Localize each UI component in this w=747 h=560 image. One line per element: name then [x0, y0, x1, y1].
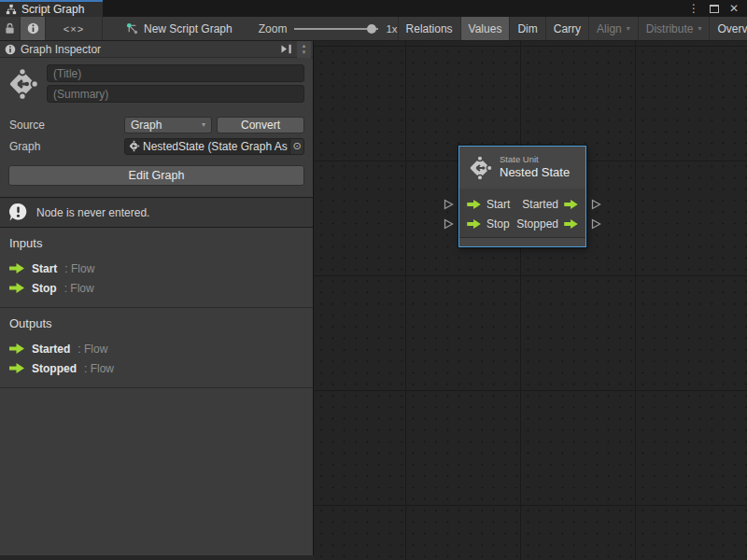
port-type: : Flow — [64, 262, 94, 275]
port-name: Started — [32, 343, 70, 356]
close-icon[interactable]: ✕ — [729, 2, 739, 15]
flow-arrow-icon — [467, 200, 481, 209]
state-graph-asset-icon — [128, 140, 140, 152]
main-area: Graph Inspector ▲ ▼ Source Graph — [0, 41, 747, 560]
edit-graph-label: Edit Graph — [129, 169, 185, 182]
tab-bar: Script Graph ⋮ ✕ — [0, 0, 747, 17]
scroll-up-icon[interactable]: ▲ — [302, 43, 307, 49]
window-controls: ⋮ ✕ — [688, 0, 747, 17]
flow-arrow-icon — [9, 263, 24, 273]
button-label: Align — [597, 22, 622, 35]
code-icon: <×> — [63, 23, 84, 35]
inputs-section: Inputs Start : Flow Stop : Flow — [0, 228, 313, 308]
inspector-header: Graph Inspector ▲ ▼ — [0, 41, 313, 58]
node-output-port[interactable]: Stopped — [516, 217, 578, 231]
object-picker-icon[interactable]: ⊙ — [289, 139, 303, 154]
outputs-section: Outputs Started : Flow Stopped : Flow — [0, 308, 313, 388]
warning-box: Node is never entered. — [0, 197, 313, 228]
connection-port-triangle[interactable] — [591, 199, 601, 210]
source-label: Source — [9, 119, 124, 132]
inputs-heading: Inputs — [9, 236, 303, 250]
toolbar-button-relations[interactable]: Relations — [398, 17, 460, 40]
lock-icon — [5, 22, 15, 35]
toolbar-button-dim[interactable]: Dim — [509, 17, 544, 40]
zoom-control: Zoom 1x — [259, 17, 398, 40]
toolbar-right-group: Relations Values Dim Carry Align▾ Distri… — [398, 17, 747, 40]
scroll-down-icon[interactable]: ▼ — [302, 49, 307, 56]
button-label: Values — [469, 22, 502, 35]
inspector-column: Graph Inspector ▲ ▼ Source Graph — [0, 41, 314, 560]
source-dropdown-value: Graph — [131, 119, 162, 132]
warning-bubble-icon — [8, 203, 28, 222]
toolbar-button-overview[interactable]: Overview — [709, 17, 747, 40]
graph-object-field[interactable]: NestedState (State Graph As ⊙ — [124, 138, 304, 155]
convert-button-label: Convert — [241, 119, 280, 132]
node-kind: State Unit — [500, 154, 570, 165]
inspector-toggle-button[interactable] — [21, 17, 46, 40]
tab-script-graph[interactable]: Script Graph — [0, 0, 103, 17]
connection-port-triangle[interactable] — [444, 218, 454, 230]
state-unit-icon — [6, 67, 39, 101]
button-label: Distribute — [646, 22, 694, 35]
toolbar-button-values[interactable]: Values — [460, 17, 510, 40]
toolbar: <×> New Script Graph Zoom 1x Relations V… — [0, 17, 747, 41]
state-unit-node[interactable]: State Unit Nested State Start Started — [458, 146, 586, 247]
graph-node-icon — [125, 21, 139, 35]
zoom-slider-thumb[interactable] — [367, 24, 376, 34]
zoom-label: Zoom — [259, 22, 288, 35]
dock-panel-icon[interactable] — [280, 44, 292, 54]
node-port-row: Start Started — [467, 194, 578, 214]
new-script-graph-label: New Script Graph — [144, 22, 233, 35]
warning-text: Node is never entered. — [36, 206, 149, 219]
edit-source-button[interactable]: <×> — [46, 17, 103, 40]
port-label: Started — [522, 198, 558, 211]
node-input-port[interactable]: Start — [467, 198, 510, 211]
panel-scroll-buttons[interactable]: ▲ ▼ — [297, 41, 311, 58]
flow-arrow-icon — [9, 343, 24, 354]
node-port-row: Stop Stopped — [467, 214, 578, 233]
maximize-icon[interactable] — [710, 5, 719, 13]
flow-arrow-icon — [564, 200, 578, 209]
unit-summary-block — [0, 58, 313, 108]
inspector-empty-area — [0, 388, 313, 555]
graph-label: Graph — [9, 140, 124, 153]
button-label: Overview — [717, 22, 747, 35]
source-dropdown[interactable]: Graph ▾ — [124, 117, 212, 133]
graph-inspector-panel: Graph Inspector ▲ ▼ Source Graph — [0, 41, 314, 555]
outputs-heading: Outputs — [9, 316, 303, 330]
flow-arrow-icon — [467, 219, 481, 229]
connection-port-triangle[interactable] — [444, 199, 454, 210]
toolbar-button-carry[interactable]: Carry — [545, 17, 588, 40]
zoom-slider[interactable] — [294, 17, 378, 41]
convert-button[interactable]: Convert — [217, 117, 304, 133]
unit-fields — [47, 64, 304, 103]
graph-canvas[interactable]: State Unit Nested State Start Started — [314, 41, 747, 560]
port-label: Start — [486, 198, 510, 211]
button-label: Relations — [406, 22, 453, 35]
port-name: Stopped — [32, 362, 77, 375]
flow-arrow-icon — [564, 219, 578, 229]
graph-object-value: NestedState (State Graph As — [143, 140, 289, 153]
edit-graph-button[interactable]: Edit Graph — [8, 165, 304, 186]
info-icon — [27, 22, 39, 35]
new-script-graph-button[interactable]: New Script Graph — [118, 17, 240, 40]
more-options-icon[interactable]: ⋮ — [688, 2, 699, 15]
tab-label: Script Graph — [21, 3, 84, 16]
summary-field[interactable] — [47, 85, 304, 103]
lock-button[interactable] — [0, 17, 21, 40]
port-label: Stop — [486, 217, 510, 231]
title-field[interactable] — [47, 64, 304, 82]
port-type: : Flow — [78, 343, 107, 356]
chevron-down-icon: ▾ — [202, 120, 205, 129]
node-header[interactable]: State Unit Nested State — [459, 147, 585, 189]
port-label: Stopped — [516, 217, 558, 231]
node-output-port[interactable]: Started — [522, 198, 578, 211]
toolbar-button-align: Align▾ — [588, 17, 638, 40]
toolbar-button-distribute: Distribute▾ — [638, 17, 710, 40]
state-unit-icon — [467, 155, 493, 181]
connection-port-triangle[interactable] — [591, 218, 601, 230]
zoom-slider-track — [294, 28, 378, 30]
chevron-down-icon: ▾ — [698, 24, 701, 33]
node-input-port[interactable]: Stop — [467, 217, 510, 231]
flow-arrow-icon — [9, 283, 24, 293]
